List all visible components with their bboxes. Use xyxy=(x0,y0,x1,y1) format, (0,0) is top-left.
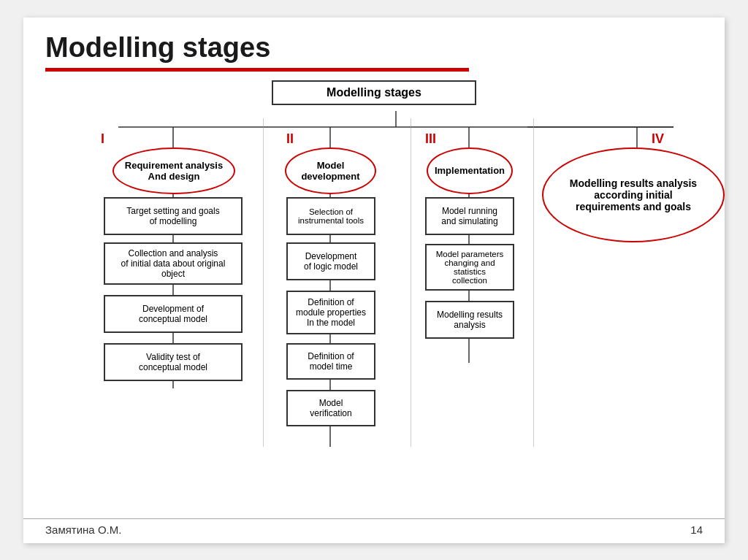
divider-1 xyxy=(263,118,264,447)
col4-oval: Modelling results analysis according ini… xyxy=(542,147,725,242)
col2-item-4: Definition of model time xyxy=(286,343,375,380)
footer-author: Замятина О.М. xyxy=(45,523,121,536)
footer: Замятина О.М. 14 xyxy=(23,518,725,536)
main-box-label: Modelling stages xyxy=(272,80,476,105)
col2-oval: Model development xyxy=(285,147,376,194)
roman-II: II xyxy=(286,131,294,147)
red-bar xyxy=(45,68,469,72)
col1-oval: Requirement analysis And design xyxy=(112,147,235,194)
roman-IV: IV xyxy=(652,131,664,147)
col1-item-1: Target setting and goals of modelling xyxy=(104,197,243,235)
col2-item-1: Selection of instrumental tools xyxy=(286,197,375,235)
col3-item-2: Model parameters changing and statistics… xyxy=(425,244,514,291)
diagram-area: I II III IV Requirement analysis And des… xyxy=(45,111,703,491)
roman-I: I xyxy=(101,131,104,147)
footer-page: 14 xyxy=(690,523,703,536)
col3-oval: Implementation xyxy=(427,147,513,194)
divider-2 xyxy=(411,118,411,447)
col2-item-5: Model verification xyxy=(286,390,375,426)
col1-item-4: Validity test of conceptual model xyxy=(104,343,243,381)
slide-title: Modelling stages xyxy=(45,32,703,64)
col1-item-2: Collection and analysis of initial data … xyxy=(104,242,243,285)
col2-item-3: Definition of module properties In the m… xyxy=(286,291,375,334)
col2-item-2: Development of logic model xyxy=(286,242,375,280)
slide: Modelling stages Modelling stages xyxy=(23,18,725,543)
roman-III: III xyxy=(425,131,436,147)
col1-item-3: Development of conceptual model xyxy=(104,295,243,333)
divider-3 xyxy=(533,118,534,447)
col3-item-3: Modelling results analysis xyxy=(425,301,514,339)
col3-item-1: Model running and simulating xyxy=(425,197,514,235)
